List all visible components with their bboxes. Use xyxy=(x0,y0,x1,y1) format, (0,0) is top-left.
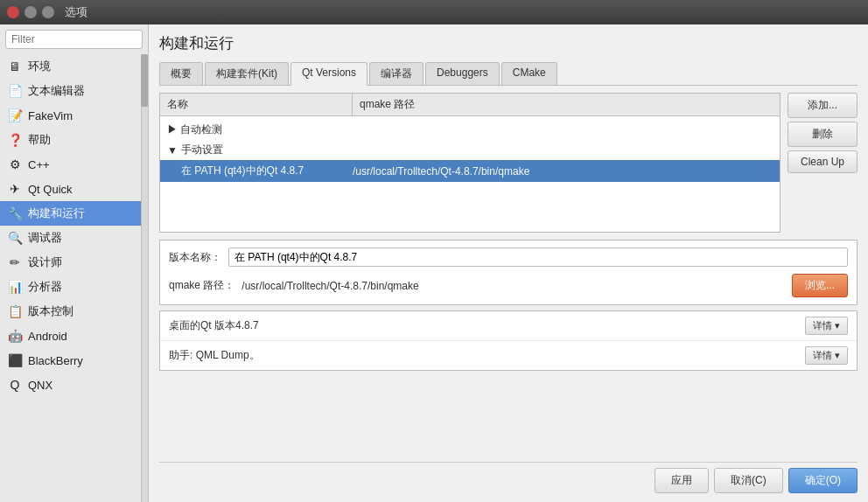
sidebar-item-fakevim[interactable]: 📝 FakeVim xyxy=(0,103,148,128)
sidebar-item-version-control[interactable]: 📋 版本控制 xyxy=(0,299,148,324)
sidebar-label-build-run: 构建和运行 xyxy=(28,206,85,221)
detail-button-qml[interactable]: 详情 ▾ xyxy=(805,346,848,365)
sidebar-scroll-container: 🖥 环境📄 文本编辑器📝 FakeVim❓ 帮助⚙ C++✈ Qt Quick🔧… xyxy=(0,54,148,502)
sidebar-icon-version-control: 📋 xyxy=(7,303,23,319)
version-name-input[interactable] xyxy=(228,248,848,267)
cleanup-button[interactable]: Clean Up xyxy=(788,150,858,173)
info-area: 桌面的Qt 版本4.8.7 详情 ▾ 助手: QML Dump。 详情 ▾ xyxy=(159,310,858,371)
info-text-qml: 助手: QML Dump。 xyxy=(169,348,260,363)
sidebar-icon-android: 🤖 xyxy=(7,328,23,344)
sidebar-label-environment: 环境 xyxy=(28,59,51,74)
row-path: /usr/local/Trolltech/Qt-4.8.7/bin/qmake xyxy=(353,165,773,178)
sidebar-label-debugger: 调试器 xyxy=(28,230,62,246)
sidebar-item-help[interactable]: ❓ 帮助 xyxy=(0,128,148,152)
qmake-path-value: /usr/local/Trolltech/Qt-4.8.7/bin/qmake xyxy=(242,280,785,292)
sidebar-label-text-editor: 文本编辑器 xyxy=(28,83,85,99)
sidebar-icon-text-editor: 📄 xyxy=(7,83,23,99)
sidebar-label-help: 帮助 xyxy=(28,132,51,148)
sidebar-icon-cpp: ⚙ xyxy=(7,157,23,172)
qt-versions-table: 名称 qmake 路径 ▶ 自动检测 ▼ 手动设置 在 PATH (qt4)中的… xyxy=(159,93,780,233)
group-manual[interactable]: ▼ 手动设置 xyxy=(160,140,780,160)
col-qmake: qmake 路径 xyxy=(353,94,422,115)
table-body: ▶ 自动检测 ▼ 手动设置 在 PATH (qt4)中的Qt 4.8.7 /us… xyxy=(160,116,780,185)
tab-build-kit[interactable]: 构建套件(Kit) xyxy=(205,62,289,85)
version-name-label: 版本名称： xyxy=(169,250,221,265)
sidebar-icon-analyzer: 📊 xyxy=(7,279,23,295)
sidebar-icon-qt-quick: ✈ xyxy=(7,181,23,197)
sidebar-icon-environment: 🖥 xyxy=(7,59,23,74)
sidebar-list: 🖥 环境📄 文本编辑器📝 FakeVim❓ 帮助⚙ C++✈ Qt Quick🔧… xyxy=(0,54,148,397)
sidebar-item-text-editor[interactable]: 📄 文本编辑器 xyxy=(0,79,148,103)
sidebar-item-build-run[interactable]: 🔧 构建和运行 xyxy=(0,201,148,226)
maximize-button[interactable] xyxy=(42,6,54,18)
sidebar-label-blackberry: BlackBerry xyxy=(28,354,83,367)
sidebar-icon-debugger: 🔍 xyxy=(7,230,23,246)
apply-button[interactable]: 应用 xyxy=(654,468,709,493)
window-title: 选项 xyxy=(65,4,88,20)
sidebar-item-cpp[interactable]: ⚙ C++ xyxy=(0,152,148,177)
qmake-path-label: qmake 路径： xyxy=(169,278,234,293)
sidebar-item-qt-quick[interactable]: ✈ Qt Quick xyxy=(0,177,148,201)
row-name: 在 PATH (qt4)中的Qt 4.8.7 xyxy=(181,164,353,178)
bottom-bar: 应用 取消(C) 确定(O) xyxy=(159,462,858,493)
remove-button[interactable]: 删除 xyxy=(788,122,858,147)
detail-button-desktop[interactable]: 详情 ▾ xyxy=(805,317,848,335)
minimize-button[interactable] xyxy=(24,6,37,18)
info-row-desktop: 桌面的Qt 版本4.8.7 详情 ▾ xyxy=(160,311,857,341)
sidebar-label-version-control: 版本控制 xyxy=(28,303,74,319)
sidebar-icon-help: ❓ xyxy=(7,132,23,148)
sidebar-label-android: Android xyxy=(28,330,67,343)
sidebar-icon-qnx: Q xyxy=(7,377,23,393)
sidebar-item-analyzer[interactable]: 📊 分析器 xyxy=(0,275,148,299)
sidebar-label-qt-quick: Qt Quick xyxy=(28,183,73,196)
close-button[interactable] xyxy=(7,6,19,18)
sidebar-item-qnx[interactable]: Q QNX xyxy=(0,373,148,397)
tab-compiler[interactable]: 编译器 xyxy=(369,62,424,85)
content-area: 构建和运行 概要构建套件(Kit)Qt Versions编译器Debuggers… xyxy=(149,24,868,502)
sidebar-label-analyzer: 分析器 xyxy=(28,279,62,295)
page-title: 构建和运行 xyxy=(159,33,858,53)
group-auto-detect[interactable]: ▶ 自动检测 xyxy=(160,120,780,140)
sidebar-label-designer: 设计师 xyxy=(28,254,62,270)
sidebar-label-fakevim: FakeVim xyxy=(28,109,73,122)
table-row[interactable]: 在 PATH (qt4)中的Qt 4.8.7 /usr/local/Trollt… xyxy=(160,160,780,182)
sidebar-item-designer[interactable]: ✏ 设计师 xyxy=(0,250,148,275)
sidebar-label-qnx: QNX xyxy=(28,379,52,392)
table-buttons: 添加... 删除 Clean Up xyxy=(788,93,858,233)
table-area: 名称 qmake 路径 ▶ 自动检测 ▼ 手动设置 在 PATH (qt4)中的… xyxy=(159,93,858,233)
tab-cmake[interactable]: CMake xyxy=(501,62,557,85)
sidebar-icon-fakevim: 📝 xyxy=(7,108,23,123)
cancel-button[interactable]: 取消(C) xyxy=(714,468,783,493)
ok-button[interactable]: 确定(O) xyxy=(788,468,858,493)
browse-button[interactable]: 浏览... xyxy=(792,274,848,297)
sidebar-item-environment[interactable]: 🖥 环境 xyxy=(0,54,148,79)
add-button[interactable]: 添加... xyxy=(788,93,858,118)
col-name: 名称 xyxy=(160,94,353,115)
qmake-path-row: qmake 路径： /usr/local/Trolltech/Qt-4.8.7/… xyxy=(169,274,848,297)
titlebar: 选项 xyxy=(0,0,868,24)
sidebar: 🖥 环境📄 文本编辑器📝 FakeVim❓ 帮助⚙ C++✈ Qt Quick🔧… xyxy=(0,24,149,502)
sidebar-label-cpp: C++ xyxy=(28,158,50,171)
version-name-row: 版本名称： xyxy=(169,248,848,267)
sidebar-item-debugger[interactable]: 🔍 调试器 xyxy=(0,226,148,250)
sidebar-item-blackberry[interactable]: ⬛ BlackBerry xyxy=(0,348,148,373)
sidebar-icon-build-run: 🔧 xyxy=(7,206,23,221)
tab-summary[interactable]: 概要 xyxy=(159,62,203,85)
info-text-desktop: 桌面的Qt 版本4.8.7 xyxy=(169,318,259,333)
sidebar-icon-blackberry: ⬛ xyxy=(7,352,23,368)
sidebar-scrollbar[interactable] xyxy=(141,54,148,502)
tab-qt-versions[interactable]: Qt Versions xyxy=(290,62,368,86)
sidebar-icon-designer: ✏ xyxy=(7,254,23,270)
sidebar-scrollbar-thumb xyxy=(141,54,148,107)
tab-debuggers[interactable]: Debuggers xyxy=(425,62,500,85)
info-row-qml: 助手: QML Dump。 详情 ▾ xyxy=(160,341,857,370)
details-area: 版本名称： qmake 路径： /usr/local/Trolltech/Qt-… xyxy=(159,240,858,305)
sidebar-item-android[interactable]: 🤖 Android xyxy=(0,324,148,348)
table-header: 名称 qmake 路径 xyxy=(160,94,780,116)
filter-input[interactable] xyxy=(5,30,143,49)
main-container: 🖥 环境📄 文本编辑器📝 FakeVim❓ 帮助⚙ C++✈ Qt Quick🔧… xyxy=(0,24,868,502)
tabs-row: 概要构建套件(Kit)Qt Versions编译器DebuggersCMake xyxy=(159,62,858,86)
